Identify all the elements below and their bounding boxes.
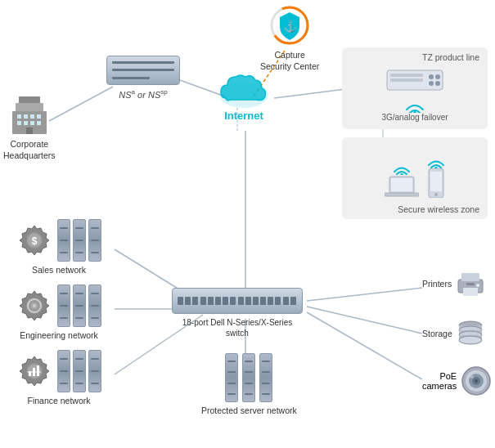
- server-rack-protected: [225, 353, 272, 402]
- sales-node: $ Sales network: [16, 219, 101, 276]
- storage-label: Storage: [422, 329, 452, 338]
- switch-label: 18-port Dell N-Series/X-Series switch: [172, 317, 303, 338]
- svg-point-37: [435, 81, 440, 86]
- svg-rect-23: [24, 114, 28, 119]
- svg-rect-63: [466, 283, 475, 285]
- camera-icon: [460, 365, 493, 397]
- server-rack-finance: [57, 350, 101, 392]
- svg-line-2: [274, 88, 352, 98]
- svg-rect-27: [24, 121, 28, 125]
- internet-node: Internet: [214, 65, 273, 122]
- svg-line-0: [49, 87, 113, 121]
- security-center-node: ⚓ Capture Security Center: [260, 4, 319, 72]
- server-label: Protected server network: [201, 405, 297, 417]
- engineering-label: Engineering network: [20, 330, 98, 342]
- sales-label: Sales network: [32, 265, 86, 276]
- printers-node: Printers: [422, 270, 486, 298]
- nsa-label: NSa or NSsp: [119, 88, 167, 101]
- svg-point-34: [429, 74, 434, 79]
- svg-rect-26: [17, 121, 21, 125]
- svg-point-36: [429, 81, 434, 86]
- nsa-node: NSa or NSsp: [106, 56, 180, 101]
- protected-server-node: Protected server network: [201, 353, 297, 417]
- wifi-icon-1: [393, 162, 411, 175]
- building-icon: [12, 88, 47, 136]
- svg-rect-42: [385, 193, 419, 196]
- poe-label: PoE cameras: [422, 371, 457, 391]
- phone-icon: [427, 168, 445, 198]
- printer-icon: [455, 270, 486, 298]
- svg-rect-25: [37, 114, 41, 119]
- security-center-icon: ⚓: [268, 4, 311, 47]
- switch-node: 18-port Dell N-Series/X-Series switch: [172, 288, 303, 338]
- nsa-device-icon: [106, 56, 180, 85]
- svg-point-76: [475, 379, 478, 383]
- corporate-hq-node: Corporate Headquarters: [3, 88, 56, 161]
- svg-rect-62: [463, 288, 478, 296]
- svg-point-53: [33, 304, 36, 307]
- tz-failover-label: 3G/analog failover: [381, 96, 448, 122]
- svg-rect-45: [430, 172, 442, 191]
- network-diagram: ⚓ Capture Security Center NSa or NSsp In…: [0, 0, 495, 448]
- svg-rect-33: [390, 78, 423, 82]
- printers-label: Printers: [422, 279, 452, 289]
- engineering-node: Engineering network: [16, 284, 101, 342]
- svg-rect-58: [37, 365, 39, 376]
- tz-box-label: TZ product line: [422, 52, 479, 62]
- tz-product-box: TZ product line 3G/analog failover: [342, 47, 488, 129]
- poe-cameras-node: PoE cameras: [422, 365, 493, 397]
- wireless-zone-box: Secure wireless zone: [342, 137, 488, 219]
- svg-rect-28: [30, 121, 34, 125]
- svg-rect-30: [26, 128, 33, 134]
- sales-icon: $: [16, 222, 52, 258]
- svg-rect-41: [391, 178, 412, 191]
- svg-point-46: [434, 193, 438, 196]
- tz-router-icon: [385, 67, 444, 93]
- internet-label: Internet: [224, 110, 263, 122]
- svg-rect-32: [390, 74, 423, 77]
- server-rack-eng: [57, 284, 101, 327]
- svg-text:$: $: [32, 235, 38, 247]
- wifi-icon-2: [427, 155, 445, 168]
- storage-node: Storage: [422, 317, 485, 350]
- wireless-zone-label: Secure wireless zone: [398, 204, 479, 214]
- svg-rect-61: [461, 273, 479, 281]
- corporate-label: Corporate Headquarters: [3, 139, 56, 161]
- svg-line-11: [307, 312, 422, 379]
- svg-rect-22: [17, 114, 21, 119]
- svg-text:⚓: ⚓: [283, 20, 298, 34]
- finance-node: Finance network: [16, 350, 101, 407]
- finance-icon: [16, 353, 52, 389]
- laptop-icon: [385, 175, 419, 198]
- svg-line-9: [307, 288, 422, 301]
- wifi-failover-icon: [403, 96, 427, 113]
- server-rack-sales: [57, 219, 101, 262]
- finance-label: Finance network: [27, 396, 90, 407]
- engineering-icon: [16, 288, 52, 324]
- svg-point-35: [435, 74, 440, 79]
- svg-rect-24: [30, 114, 34, 119]
- cloud-icon: [214, 65, 273, 108]
- switch-device-icon: [172, 288, 303, 314]
- svg-rect-29: [37, 121, 41, 125]
- svg-point-71: [459, 336, 482, 344]
- svg-line-10: [307, 307, 422, 334]
- svg-point-77: [470, 375, 474, 379]
- svg-point-64: [476, 284, 479, 287]
- storage-icon: [456, 317, 485, 350]
